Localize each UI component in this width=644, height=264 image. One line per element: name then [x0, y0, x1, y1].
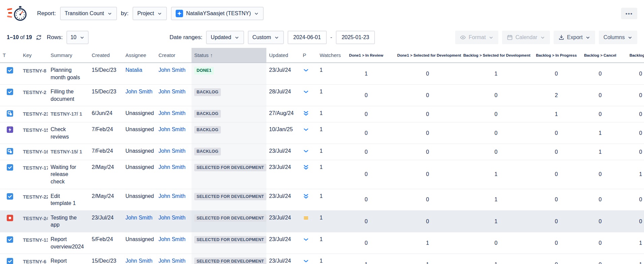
date-field-value: Updated — [211, 34, 231, 40]
issue-row[interactable]: TESTNY-16TESTNY-15/ 17/Feb/24UnassignedJ… — [0, 144, 644, 160]
date-mode-select[interactable]: Custom — [248, 31, 284, 44]
assignee-text: Unassigned — [125, 126, 154, 132]
creator-link[interactable]: John Smith — [158, 236, 185, 242]
more-actions-button[interactable]: ••• — [621, 8, 637, 19]
assignee-link[interactable]: John Smith — [125, 89, 152, 94]
issue-key[interactable]: TESTNY-24 — [18, 210, 48, 232]
column-header-assignee[interactable]: Assignee — [123, 48, 156, 63]
column-header-done1-selected-for-development[interactable]: Done1 > Selected for Development — [394, 48, 461, 63]
group-by-value: Project — [137, 10, 154, 17]
issue-row[interactable]: TESTNY-24Testing the app23/Jul/24John Sm… — [0, 210, 644, 232]
transition-count: 1 — [619, 160, 644, 189]
transition-count: 0 — [394, 85, 461, 106]
column-header-backlog-c[interactable]: Backlog > C — [619, 48, 644, 63]
transition-count: 0 — [581, 63, 619, 85]
issue-key[interactable]: TESTNY-16 — [18, 144, 48, 160]
issue-row[interactable]: TESTNY-6Report overview15/Dec/23John Smi… — [0, 254, 644, 264]
issues-tbody: TESTNY-8Planning month goals15/Dec/23Nat… — [0, 63, 644, 264]
status-badge: SELECTED FOR DEVELOPMENT — [194, 236, 266, 244]
transition-count: 0 — [531, 122, 581, 144]
issue-key[interactable]: TESTNY-17 — [18, 160, 48, 189]
issue-row[interactable]: TESTNY-15Check reviews7/Feb/24Unassigned… — [0, 122, 644, 144]
issues-table-container: TKeySummaryCreatedAssigneeCreatorStatus↑… — [0, 48, 644, 264]
column-header-watchers[interactable]: Watchers — [316, 48, 338, 63]
column-header-done1-in-review[interactable]: Done1 > In Review — [338, 48, 394, 63]
export-button[interactable]: Export — [554, 31, 595, 44]
issue-row[interactable]: TESTNY-8Planning month goals15/Dec/23Nat… — [0, 63, 644, 85]
issue-key[interactable]: TESTNY-6 — [18, 254, 48, 264]
issue-summary: Report overview — [48, 254, 89, 264]
issue-key[interactable]: TESTNY-2 — [18, 85, 48, 106]
transition-count: 0 — [394, 189, 461, 210]
column-header-backlog-cancel[interactable]: Backlog > Cancel — [581, 48, 619, 63]
creator-link[interactable]: John Smith — [158, 89, 185, 94]
transition-count: 1 — [461, 63, 531, 85]
refresh-icon[interactable] — [36, 34, 42, 40]
column-header-summary[interactable]: Summary — [48, 48, 89, 63]
columns-button[interactable]: Columns — [599, 31, 637, 44]
column-header-t[interactable]: T — [0, 48, 18, 63]
column-header-backlog-selected-for-development[interactable]: Backlog > Selected for Development — [461, 48, 531, 63]
assignee-link[interactable]: Natalia — [125, 67, 142, 73]
column-header-creator[interactable]: Creator — [156, 48, 192, 63]
creator-link[interactable]: John Smith — [158, 164, 185, 170]
watchers-count: 1 — [316, 254, 338, 264]
column-header-created[interactable]: Created — [89, 48, 123, 63]
column-header-p[interactable]: P — [300, 48, 316, 63]
creator-link[interactable]: John Smith — [158, 193, 185, 199]
column-header-updated[interactable]: Updated — [266, 48, 300, 63]
created-date: 15/Dec/23 — [89, 63, 123, 85]
date-to-input[interactable] — [336, 31, 375, 44]
date-field-select[interactable]: Updated — [206, 31, 244, 44]
creator-link[interactable]: John Smith — [158, 258, 185, 264]
columns-label: Columns — [604, 34, 625, 40]
watchers-count: 1 — [316, 106, 338, 122]
assignee-link[interactable]: John Smith — [125, 215, 152, 221]
report-type-select[interactable]: Transition Count — [60, 7, 117, 20]
task-icon — [7, 236, 13, 243]
issue-row[interactable]: TESTNY-23TESTNY-17/ 16/Jun/24UnassignedJ… — [0, 106, 644, 122]
chevron-down-icon — [489, 35, 494, 40]
created-date: 7/Feb/24 — [89, 122, 123, 144]
report-type-value: Transition Count — [65, 10, 104, 17]
creator-link[interactable]: John Smith — [158, 148, 185, 154]
assignee-text: Unassigned — [125, 164, 154, 170]
bug-icon — [7, 215, 13, 221]
issue-row[interactable]: TESTNY-22Edit template 12/May/24Unassign… — [0, 189, 644, 210]
task-icon — [7, 193, 13, 200]
rows-label: Rows: — [47, 34, 63, 41]
issue-row[interactable]: TESTNY-2Filling the document15/Dec/23Joh… — [0, 85, 644, 106]
chevron-down-icon — [107, 11, 112, 16]
column-header-key[interactable]: Key — [18, 48, 48, 63]
creator-link[interactable]: John Smith — [158, 67, 185, 73]
status-badge: BACKLOG — [194, 148, 221, 155]
issue-key[interactable]: TESTNY-8 — [18, 63, 48, 85]
project-select[interactable]: NataliaYSaasjet (TESTNY) — [171, 7, 264, 20]
column-header-backlog-in-progress[interactable]: Backlog > In Progress — [531, 48, 581, 63]
transition-count: 0 — [394, 160, 461, 189]
rows-per-page-select[interactable]: 10 — [66, 31, 89, 44]
column-header-status[interactable]: Status↑ — [192, 48, 266, 63]
transition-count: 0 — [338, 106, 394, 122]
issue-key[interactable]: TESTNY-22 — [18, 189, 48, 210]
creator-link[interactable]: John Smith — [158, 126, 185, 132]
story-icon — [7, 126, 13, 133]
issue-row[interactable]: TESTNY-13Report overview20245/Feb/24Unas… — [0, 232, 644, 254]
transition-count: 0 — [338, 85, 394, 106]
status-badge: BACKLOG — [194, 126, 221, 134]
transition-count: 0 — [531, 232, 581, 254]
issue-key[interactable]: TESTNY-15 — [18, 122, 48, 144]
updated-date: 23/Jul/24 — [266, 189, 300, 210]
issue-key[interactable]: TESTNY-13 — [18, 232, 48, 254]
creator-link[interactable]: John Smith — [158, 215, 185, 221]
issue-row[interactable]: TESTNY-17Waiting for release check2/May/… — [0, 160, 644, 189]
date-from-input[interactable] — [288, 31, 327, 44]
updated-date: 28/Jul/24 — [266, 85, 300, 106]
group-by-select[interactable]: Project — [133, 7, 167, 20]
transition-count: 0 — [619, 63, 644, 85]
issue-key[interactable]: TESTNY-23 — [18, 106, 48, 122]
creator-link[interactable]: John Smith — [158, 110, 185, 116]
assignee-link[interactable]: John Smith — [125, 258, 152, 264]
created-date: 2/May/24 — [89, 160, 123, 189]
issue-summary: Check reviews — [48, 122, 89, 144]
